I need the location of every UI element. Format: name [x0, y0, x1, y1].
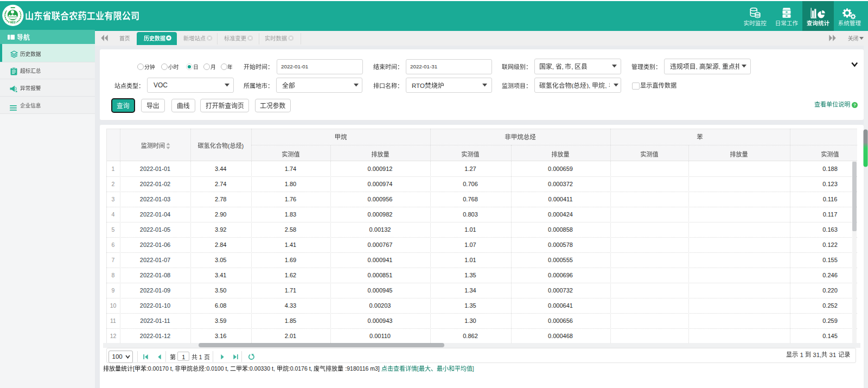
svg-text:MEE: MEE: [10, 21, 16, 24]
svg-text:?: ?: [853, 103, 856, 107]
